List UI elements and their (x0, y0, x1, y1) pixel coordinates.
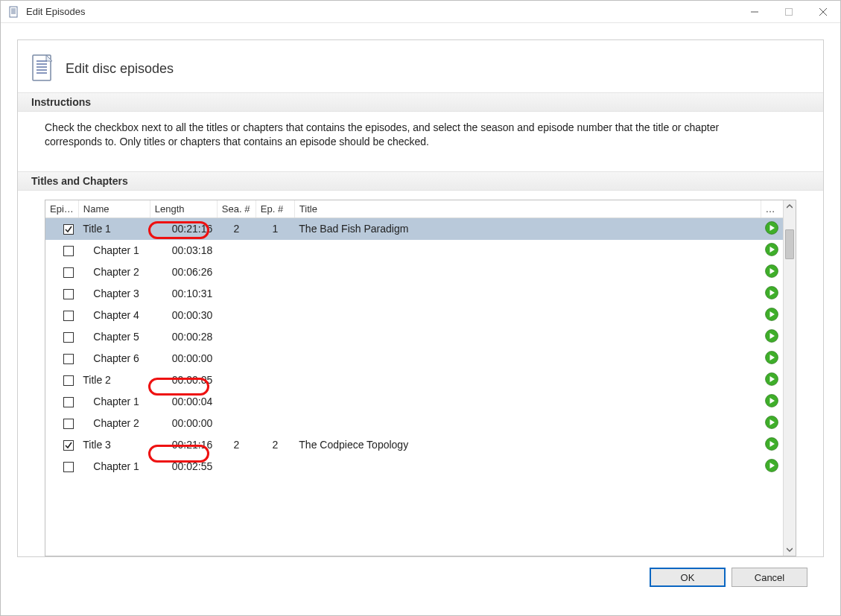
episode-checkbox[interactable] (63, 224, 74, 235)
row-title[interactable] (294, 326, 761, 348)
play-icon[interactable] (765, 394, 778, 407)
row-episode-num[interactable] (256, 391, 294, 413)
table-row[interactable]: Chapter 200:06:26 (45, 261, 783, 283)
column-header-name[interactable]: Name (78, 200, 150, 218)
vertical-scrollbar[interactable] (783, 200, 796, 556)
episode-checkbox[interactable] (63, 332, 74, 343)
table-row[interactable]: Chapter 100:03:18 (45, 240, 783, 261)
row-season[interactable] (217, 369, 256, 391)
row-title[interactable] (294, 283, 761, 305)
play-icon[interactable] (765, 329, 778, 343)
table-row[interactable]: Title 200:00:05 (45, 369, 783, 391)
row-episode-num[interactable] (256, 456, 294, 477)
table-row[interactable]: Chapter 400:00:30 (45, 305, 783, 326)
row-episode-num[interactable] (256, 283, 294, 305)
row-name: Chapter 2 (83, 266, 139, 278)
episode-checkbox[interactable] (63, 267, 74, 278)
row-title[interactable] (294, 348, 761, 369)
play-icon[interactable] (765, 437, 778, 451)
scroll-down-arrow[interactable] (784, 543, 796, 556)
table-row[interactable]: Chapter 100:00:04 (45, 391, 783, 413)
row-title[interactable] (294, 369, 761, 391)
row-title[interactable]: The Codpiece Topology (294, 434, 761, 456)
row-episode-num[interactable]: 1 (256, 217, 294, 240)
episode-checkbox[interactable] (63, 375, 74, 386)
row-season[interactable] (217, 305, 256, 326)
table-row[interactable]: Chapter 500:00:28 (45, 326, 783, 348)
table-row[interactable]: Chapter 200:00:00 (45, 413, 783, 434)
row-season[interactable] (217, 240, 256, 261)
row-season[interactable]: 2 (217, 434, 256, 456)
episode-checkbox[interactable] (63, 311, 74, 321)
column-header-title[interactable]: Title (294, 200, 761, 218)
row-episode-num[interactable]: 2 (256, 434, 294, 456)
play-icon[interactable] (765, 264, 778, 278)
row-episode-num[interactable] (256, 305, 294, 326)
minimize-button[interactable] (737, 1, 772, 23)
row-length: 00:06:26 (150, 261, 217, 283)
row-episode-num[interactable] (256, 261, 294, 283)
dialog-window: Edit Episodes Edit disc episodes Instruc… (0, 0, 841, 616)
row-season[interactable] (217, 326, 256, 348)
column-header-episode[interactable]: Epi… (45, 200, 78, 218)
column-header-ep[interactable]: Ep. # (256, 200, 294, 218)
play-icon[interactable] (765, 308, 778, 321)
scroll-up-arrow[interactable] (784, 200, 796, 213)
table-row[interactable]: Chapter 600:00:00 (45, 348, 783, 369)
titles-chapters-section: Epi… Name Length Sea. # Ep. # Title … Ti… (18, 191, 823, 556)
episode-checkbox[interactable] (63, 440, 74, 451)
close-button[interactable] (806, 1, 840, 23)
table-row[interactable]: Title 100:21:1621The Bad Fish Paradigm (45, 217, 783, 240)
row-episode-num[interactable] (256, 326, 294, 348)
row-episode-num[interactable] (256, 369, 294, 391)
row-season[interactable] (217, 348, 256, 369)
titles-chapters-header: Titles and Chapters (18, 171, 823, 191)
episode-checkbox[interactable] (63, 462, 74, 472)
row-episode-num[interactable] (256, 413, 294, 434)
row-season[interactable] (217, 391, 256, 413)
play-icon[interactable] (765, 372, 778, 386)
table-row[interactable]: Title 300:21:1622The Codpiece Topology (45, 434, 783, 456)
row-title[interactable] (294, 240, 761, 261)
episode-checkbox[interactable] (63, 289, 74, 299)
row-season[interactable] (217, 413, 256, 434)
play-icon[interactable] (765, 221, 778, 235)
row-season[interactable] (217, 283, 256, 305)
column-header-length[interactable]: Length (150, 200, 217, 218)
episode-checkbox[interactable] (63, 246, 74, 256)
episode-checkbox[interactable] (63, 397, 74, 407)
row-season[interactable]: 2 (217, 217, 256, 240)
maximize-button[interactable] (772, 1, 806, 23)
play-icon[interactable] (765, 351, 778, 364)
play-icon[interactable] (765, 286, 778, 299)
row-title[interactable]: The Bad Fish Paradigm (294, 217, 761, 240)
column-header-season[interactable]: Sea. # (217, 200, 256, 218)
row-name: Chapter 6 (83, 352, 139, 364)
window-title: Edit Episodes (26, 6, 86, 17)
row-length: 00:00:00 (150, 413, 217, 434)
row-title[interactable] (294, 391, 761, 413)
row-title[interactable] (294, 456, 761, 477)
table-row[interactable]: Chapter 300:10:31 (45, 283, 783, 305)
play-icon[interactable] (765, 243, 778, 256)
cancel-button[interactable]: Cancel (731, 568, 807, 587)
row-season[interactable] (217, 456, 256, 477)
scroll-track[interactable] (784, 213, 796, 543)
row-name: Chapter 1 (83, 460, 139, 472)
column-header-more[interactable]: … (761, 200, 783, 218)
row-episode-num[interactable] (256, 348, 294, 369)
ok-button[interactable]: OK (650, 568, 726, 587)
row-title[interactable] (294, 413, 761, 434)
row-episode-num[interactable] (256, 240, 294, 261)
table-row[interactable]: Chapter 100:02:55 (45, 456, 783, 477)
episode-checkbox[interactable] (63, 419, 74, 429)
play-icon[interactable] (765, 416, 778, 429)
row-season[interactable] (217, 261, 256, 283)
play-icon[interactable] (765, 459, 778, 472)
scroll-thumb[interactable] (785, 229, 794, 259)
row-title[interactable] (294, 305, 761, 326)
row-name: Chapter 3 (83, 288, 139, 299)
row-length: 00:03:18 (150, 240, 217, 261)
episode-checkbox[interactable] (63, 354, 74, 364)
row-title[interactable] (294, 261, 761, 283)
